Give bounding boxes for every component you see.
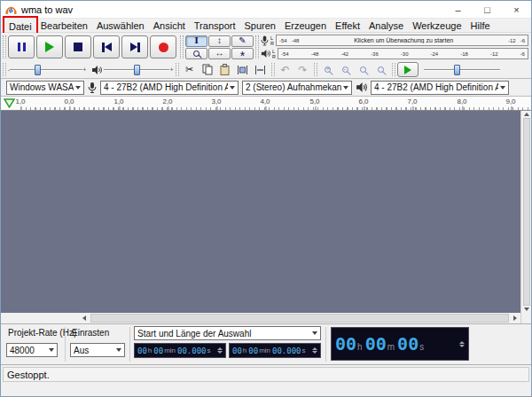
pause-button[interactable] <box>8 35 35 58</box>
time-spinner[interactable] <box>217 347 223 354</box>
redo-icon: ↷ <box>299 64 308 76</box>
recording-meter[interactable]: LR -54 -48 Klicken um Überwachung zu sta… <box>261 35 528 46</box>
snap-label: Einrasten <box>72 328 109 338</box>
timeshift-tool-button[interactable]: ↔ <box>208 48 231 59</box>
menu-item-erzeugen[interactable]: Erzeugen <box>280 19 331 32</box>
toolbar-grip[interactable] <box>3 63 6 76</box>
playback-device-select[interactable]: 4 - 27B2 (AMD High Definition Audio Devi… <box>371 81 509 95</box>
recording-volume-slider[interactable] <box>10 64 82 76</box>
vertical-scrollbar[interactable] <box>520 111 531 313</box>
scroll-left-button[interactable] <box>79 313 90 323</box>
toolbar-grip[interactable] <box>180 35 184 58</box>
playback-meter[interactable]: LR -54 -48 -42 -36 -30 -24 -18 -12 -6 <box>261 48 528 59</box>
play-button[interactable] <box>36 35 63 58</box>
menu-item-analyse[interactable]: Analyse <box>364 19 408 32</box>
window-title: wma to wav <box>21 4 443 15</box>
skip-start-button[interactable] <box>93 35 120 58</box>
time-spinner[interactable] <box>312 347 317 354</box>
stop-button[interactable] <box>65 35 91 58</box>
menu-item-auswaehlen[interactable]: Auswählen <box>92 19 149 32</box>
draw-tool-button[interactable]: ✎ <box>231 35 254 47</box>
zoom-tool-button[interactable] <box>185 48 207 59</box>
recording-channels-select[interactable]: 2 (Stereo) Aufnahmekanäle <box>242 81 352 95</box>
selection-start-field[interactable]: 00h00min00.000s <box>134 343 226 358</box>
cut-button[interactable]: ✂ <box>181 62 199 78</box>
project-rate-label: Projekt-Rate (Hz) <box>8 328 76 338</box>
ruler-label: 6,0 <box>358 97 368 105</box>
meter-right-label: R <box>272 54 276 59</box>
zoom-out-icon: - <box>342 66 348 73</box>
selection-mode-select[interactable]: Start und Länge der Auswahl <box>134 326 321 340</box>
microphone-icon <box>88 82 97 94</box>
horizontal-scroll-track[interactable] <box>90 313 510 323</box>
status-text: Gestoppt. <box>7 370 50 380</box>
meter-right-label: R <box>270 41 274 46</box>
copy-icon <box>202 64 213 75</box>
toolbar-grip[interactable] <box>271 63 275 76</box>
toolbar-grip[interactable] <box>176 63 179 76</box>
close-button[interactable]: × <box>502 1 531 18</box>
divider <box>325 327 326 362</box>
microphone-icon <box>261 35 269 46</box>
snap-select[interactable]: Aus <box>70 343 125 357</box>
volume-plus-label: + <box>82 66 86 73</box>
app-icon <box>5 4 17 15</box>
vertical-scroll-thumb[interactable] <box>523 118 530 306</box>
playback-volume-slider[interactable] <box>104 64 169 76</box>
record-button[interactable] <box>150 35 176 58</box>
skip-end-button[interactable] <box>121 35 148 58</box>
play-at-speed-button[interactable] <box>397 62 419 77</box>
toolbar-grip[interactable] <box>3 35 6 58</box>
paste-button[interactable] <box>216 62 234 78</box>
menu-item-spuren[interactable]: Spuren <box>239 19 279 32</box>
menu-item-transport[interactable]: Transport <box>190 19 240 32</box>
undo-button[interactable]: ↶ <box>277 62 294 78</box>
ruler-ticks <box>20 107 531 110</box>
silence-button[interactable] <box>252 62 270 78</box>
timeshift-icon: ↔ <box>215 49 224 58</box>
paste-icon <box>220 64 230 75</box>
minimize-button[interactable]: – <box>443 1 473 18</box>
time-spinner[interactable] <box>459 341 465 347</box>
toolbar-grip[interactable] <box>392 63 395 76</box>
play-speed-slider[interactable] <box>424 64 500 76</box>
scroll-up-icon[interactable] <box>524 113 529 116</box>
toolbar-grip[interactable] <box>255 35 259 58</box>
selection-length-field[interactable]: 00h00min00.000s <box>229 343 321 358</box>
menu-item-ansicht[interactable]: Ansicht <box>149 19 190 32</box>
menu-item-hilfe[interactable]: Hilfe <box>466 19 495 32</box>
fit-selection-button[interactable] <box>355 62 372 78</box>
menu-item-datei[interactable]: Datei <box>4 20 36 33</box>
scroll-right-button[interactable] <box>510 313 520 323</box>
maximize-button[interactable]: □ <box>473 1 502 18</box>
menu-item-werkzeuge[interactable]: Werkzeuge <box>408 19 466 32</box>
zoom-out-button[interactable]: - <box>337 62 355 78</box>
menu-item-bearbeiten[interactable]: Bearbeiten <box>36 19 92 32</box>
timeline-ruler[interactable]: 1,0 0,0 1,0 2,0 3,0 4,0 5,0 6,0 7,0 8,0 … <box>1 97 531 111</box>
trim-button[interactable] <box>234 62 252 78</box>
host-select[interactable]: Windows WASAPI <box>6 81 84 95</box>
chevron-down-icon <box>49 348 54 352</box>
toolbar-grip[interactable] <box>314 63 317 76</box>
project-rate-select[interactable]: 48000 <box>6 343 58 357</box>
chevron-down-icon <box>75 86 81 90</box>
redo-button[interactable]: ↷ <box>294 62 312 78</box>
multi-tool-button[interactable]: * <box>231 48 254 59</box>
play-icon <box>45 42 54 52</box>
playback-meter-scale: -54 -48 -42 -36 -30 -24 -18 -12 -6 <box>278 48 528 59</box>
speaker-icon <box>356 82 367 93</box>
quick-play-pin[interactable] <box>4 98 15 108</box>
recording-device-select[interactable]: 4 - 27B2 (AMD High Definition Audio Devi… <box>100 81 239 95</box>
fit-project-button[interactable] <box>372 62 390 78</box>
menu-item-effekt[interactable]: Effekt <box>331 19 364 32</box>
envelope-tool-button[interactable]: ↕ <box>208 35 231 47</box>
audacity-window: wma to wav – □ × Datei Bearbeiten Auswäh… <box>0 0 532 397</box>
copy-button[interactable] <box>199 62 216 78</box>
zoom-in-button[interactable]: + <box>319 62 337 78</box>
chevron-down-icon <box>116 348 121 352</box>
selection-tool-button[interactable]: I <box>185 35 207 47</box>
audio-position-display[interactable]: 00h00m00s <box>331 327 469 361</box>
zoom-in-icon: + <box>325 66 331 73</box>
scroll-down-icon[interactable] <box>524 307 529 311</box>
horizontal-scroll-thumb[interactable] <box>90 314 509 323</box>
